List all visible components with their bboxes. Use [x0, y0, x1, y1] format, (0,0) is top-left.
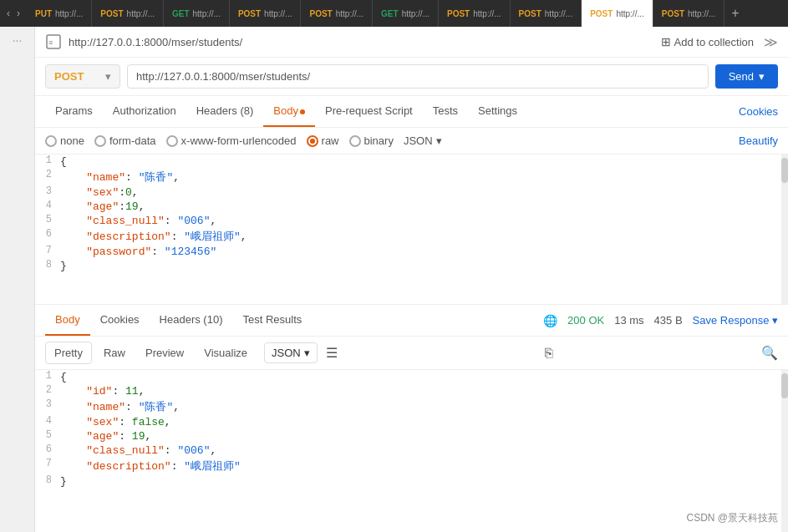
- radio-form-data-dot: [94, 135, 106, 147]
- tab-5[interactable]: POST http://...: [301, 0, 373, 27]
- tab-authorization[interactable]: Authorization: [103, 96, 186, 127]
- resp-json-chevron-icon: ▾: [304, 347, 310, 359]
- req-linenum-6: 6: [35, 228, 60, 245]
- resp-tab-body[interactable]: Body: [45, 305, 90, 336]
- resp-view-preview[interactable]: Preview: [137, 342, 192, 363]
- tab-settings[interactable]: Settings: [468, 96, 527, 127]
- radio-none-label: none: [60, 134, 84, 147]
- tab-bar: ‹ › PUT http://... POST http://... GET h…: [0, 0, 788, 27]
- resp-line-8: 8 }: [35, 474, 788, 489]
- tab-method-5: POST: [309, 9, 332, 18]
- response-code-table: 1 { 2 "id": 11, 3 "name": "陈香", 4 "sex":…: [35, 370, 788, 489]
- response-body-viewer: 1 { 2 "id": 11, 3 "name": "陈香", 4 "sex":…: [35, 370, 788, 532]
- radio-binary-dot: [349, 135, 361, 147]
- tab-3[interactable]: GET http://...: [164, 0, 230, 27]
- req-code-2: "name": "陈香",: [60, 169, 788, 185]
- globe-icon: 🌐: [543, 314, 557, 327]
- resp-tab-headers[interactable]: Headers (10): [150, 305, 233, 336]
- tab-4[interactable]: POST http://...: [230, 0, 302, 27]
- url-input[interactable]: [127, 64, 709, 89]
- radio-binary[interactable]: binary: [349, 134, 394, 147]
- add-collection-button[interactable]: ⊞ Add to collection: [661, 35, 754, 48]
- resp-line-4: 4 "sex": false,: [35, 415, 788, 429]
- tab-url-9: http://...: [616, 9, 643, 18]
- new-tab-button[interactable]: +: [724, 6, 745, 21]
- svg-text:≡: ≡: [48, 38, 53, 47]
- req-line-3: 3 "sex":0,: [35, 185, 788, 200]
- collapse-panel-button[interactable]: ≫: [764, 34, 778, 50]
- resp-json-dropdown[interactable]: JSON ▾: [264, 342, 318, 363]
- body-dot-indicator: [300, 109, 305, 114]
- tab-params[interactable]: Params: [45, 96, 103, 127]
- json-format-dropdown[interactable]: JSON ▾: [404, 134, 442, 147]
- tab-tests[interactable]: Tests: [423, 96, 468, 127]
- request-type-icon: ≡: [45, 33, 62, 50]
- bookmark-icon: ⊞: [661, 35, 671, 48]
- response-tabs: Body Cookies Headers (10) Test Results 🌐…: [35, 305, 788, 337]
- tab-10[interactable]: POST http://...: [653, 0, 725, 27]
- resp-line-1: 1 {: [35, 370, 788, 384]
- req-linenum-7: 7: [35, 245, 60, 259]
- request-scrollbar[interactable]: [781, 155, 788, 304]
- send-button[interactable]: Send ▾: [715, 64, 778, 89]
- resp-code-6: "class_null": "006",: [60, 443, 788, 458]
- tab-next-btn[interactable]: ›: [13, 6, 23, 21]
- resp-view-pretty[interactable]: Pretty: [45, 342, 92, 364]
- resp-code-1: {: [60, 370, 788, 384]
- content-area: ≡ http://127.0.0.1:8000/mser/students/ ⊞…: [35, 27, 788, 532]
- resp-view-raw[interactable]: Raw: [95, 342, 134, 363]
- tab-9[interactable]: POST http://...: [582, 0, 653, 27]
- tab-body[interactable]: Body: [263, 96, 315, 127]
- resp-code-8: }: [60, 474, 788, 489]
- req-linenum-2: 2: [35, 169, 60, 185]
- tab-prerequest[interactable]: Pre-request Script: [315, 96, 423, 127]
- tab-prev-btn[interactable]: ‹: [3, 6, 13, 21]
- resp-linenum-7: 7: [35, 458, 60, 474]
- radio-urlencoded[interactable]: x-www-form-urlencoded: [166, 134, 297, 147]
- response-time: 13 ms: [614, 314, 643, 327]
- response-scrollbar-thumb: [781, 373, 788, 398]
- resp-linenum-8: 8: [35, 474, 60, 489]
- response-scrollbar[interactable]: [781, 370, 788, 532]
- filter-icon: ☰: [326, 346, 338, 360]
- tab-headers[interactable]: Headers (8): [186, 96, 264, 127]
- tab-method-2: POST: [100, 9, 123, 18]
- resp-search-button[interactable]: 🔍: [761, 345, 778, 361]
- resp-linenum-4: 4: [35, 415, 60, 429]
- req-linenum-5: 5: [35, 214, 60, 228]
- method-dropdown[interactable]: POST ▾: [45, 64, 120, 89]
- cookies-link[interactable]: Cookies: [739, 105, 778, 118]
- sidebar-menu-icon[interactable]: ···: [13, 33, 23, 47]
- resp-line-3: 3 "name": "陈香",: [35, 398, 788, 415]
- radio-form-data[interactable]: form-data: [94, 134, 156, 147]
- resp-filter-button[interactable]: ☰: [326, 345, 338, 361]
- radio-raw-dot: [307, 135, 318, 147]
- save-response-button[interactable]: Save Response ▾: [693, 314, 778, 327]
- resp-linenum-5: 5: [35, 429, 60, 443]
- resp-copy-button[interactable]: ⎘: [545, 346, 553, 361]
- tab-method-3: GET: [172, 9, 190, 18]
- response-toolbar: Pretty Raw Preview Visualize JSON ▾ ☰ ⎘: [35, 337, 788, 370]
- tab-2[interactable]: POST http://...: [92, 0, 164, 27]
- tab-url-7: http://...: [473, 9, 501, 18]
- resp-view-visualize[interactable]: Visualize: [196, 342, 256, 363]
- tab-method-10: POST: [662, 9, 684, 18]
- req-line-5: 5 "class_null": "006",: [35, 214, 788, 228]
- beautify-button[interactable]: Beautify: [739, 134, 778, 147]
- tab-url-4: http://...: [264, 9, 292, 18]
- tab-8[interactable]: POST http://...: [511, 0, 582, 27]
- resp-line-2: 2 "id": 11,: [35, 384, 788, 398]
- request-body-editor[interactable]: 1 { 2 "name": "陈香", 3 "sex":0, 4 "age":1…: [35, 155, 788, 305]
- req-linenum-3: 3: [35, 185, 60, 200]
- radio-none[interactable]: none: [45, 134, 84, 147]
- search-icon: 🔍: [761, 346, 778, 360]
- request-tabs: Params Authorization Headers (8) Body Pr…: [35, 96, 788, 128]
- radio-raw[interactable]: raw: [307, 134, 339, 147]
- resp-tab-tests[interactable]: Test Results: [232, 305, 312, 336]
- tab-6[interactable]: GET http://...: [373, 0, 439, 27]
- tab-7[interactable]: POST http://...: [439, 0, 511, 27]
- tab-1[interactable]: PUT http://...: [27, 0, 92, 27]
- resp-code-4: "sex": false,: [60, 415, 788, 429]
- radio-raw-label: raw: [322, 134, 339, 147]
- resp-tab-cookies[interactable]: Cookies: [90, 305, 150, 336]
